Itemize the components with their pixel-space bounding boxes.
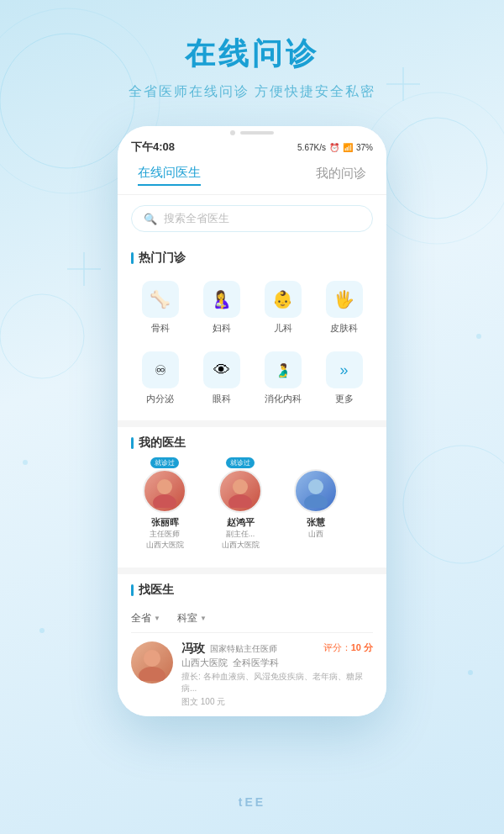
doctor-info-0: 张丽晖 主任医师 山西大医院 — [146, 516, 184, 551]
list-avatar-0 — [131, 641, 173, 684]
search-section: 🔍 搜索全省医生 — [118, 195, 386, 242]
divider-1 — [118, 420, 386, 427]
dept-name-more: 更多 — [335, 393, 354, 405]
filter-dept-label: 科室 — [177, 611, 197, 626]
list-doctor-pos: 国家特贴主任医师 — [210, 643, 277, 655]
tab-online-doctor[interactable]: 在线问医生 — [138, 165, 201, 186]
doctor-card-1[interactable]: 就诊过 赵鸿平 副主任... 山西大医院 — [207, 461, 274, 551]
svg-point-16 — [233, 479, 248, 494]
doctor-avatar-0 — [143, 469, 186, 513]
svg-point-2 — [386, 118, 487, 219]
dept-item-more[interactable]: » 更多 — [315, 343, 373, 410]
dept-icon-6: 🫃 — [265, 351, 302, 388]
doctor-avatar-2 — [294, 469, 338, 513]
doctor-list-item-0[interactable]: 冯玫 国家特贴主任医师 山西大医院 全科医学科 评分：10 分 擅长: 各种血液… — [131, 633, 373, 716]
find-doctor-section: 找医生 全省 ▼ 科室 ▼ — [118, 574, 386, 716]
dept-icon-0: 🦴 — [142, 281, 179, 318]
phone-mockup: 下午4:08 5.67K/s ⏰ 📶 37% 在线问医生 我的问诊 🔍 搜索全省… — [118, 126, 386, 716]
status-icons: 5.67K/s ⏰ 📶 37% — [297, 143, 373, 152]
doctor-list-info-0: 冯玫 国家特贴主任医师 山西大医院 全科医学科 评分：10 分 擅长: 各种血液… — [181, 641, 373, 708]
filter-province-label: 全省 — [131, 611, 151, 626]
svg-point-14 — [157, 479, 172, 494]
notch-dot — [230, 130, 235, 135]
dept-name-2: 儿科 — [274, 322, 292, 335]
doctor-info-1: 赵鸿平 副主任... 山西大医院 — [222, 516, 260, 551]
svg-point-20 — [144, 650, 160, 667]
doctor-title-0: 主任医师 — [146, 529, 184, 540]
main-title: 在线问诊 — [17, 34, 487, 75]
notch-line — [240, 131, 274, 135]
list-specialty: 擅长: 各种血液病、风湿免疫疾病、老年病、糖尿病... — [181, 671, 373, 694]
filter-province[interactable]: 全省 ▼ — [131, 611, 160, 626]
my-doctors-title: 我的医生 — [131, 427, 373, 457]
svg-point-21 — [139, 667, 165, 681]
list-dept: 全科医学科 — [233, 657, 279, 669]
filter-province-arrow: ▼ — [154, 615, 160, 622]
svg-point-15 — [153, 494, 176, 508]
search-bar[interactable]: 🔍 搜索全省医生 — [131, 205, 373, 232]
my-doctors-section: 我的医生 就诊过 张丽晖 主任医师 山西大医院 就诊过 — [118, 427, 386, 567]
divider-2 — [118, 567, 386, 574]
hot-departments-section: 热门门诊 🦴 骨科 🤱 妇科 👶 儿科 🖐 皮肤科 ♾ 内分泌 — [118, 242, 386, 420]
dept-item-4[interactable]: ♾ 内分泌 — [131, 343, 189, 410]
dept-name-4: 内分泌 — [146, 393, 174, 405]
doctor-name-row: 冯玫 国家特贴主任医师 山西大医院 全科医学科 — [181, 641, 279, 669]
doctor-rating: 评分：10 分 — [323, 641, 373, 654]
dept-item-1[interactable]: 🤱 妇科 — [192, 272, 250, 340]
doctor-hospital-0: 山西大医院 — [146, 540, 184, 551]
tab-my-consultation[interactable]: 我的问诊 — [316, 166, 366, 185]
doctor-card-2[interactable]: 张慧 山西 — [282, 461, 349, 551]
svg-point-4 — [0, 294, 84, 378]
doctor-avatar-1 — [218, 469, 262, 513]
dept-name-5: 眼科 — [213, 393, 231, 405]
find-doctor-title: 找医生 — [131, 574, 373, 604]
filter-dept-arrow: ▼ — [200, 615, 207, 622]
top-section: 在线问诊 全省医师在线问诊 方便快捷安全私密 — [0, 0, 504, 118]
svg-point-11 — [476, 334, 481, 339]
dept-item-2[interactable]: 👶 儿科 — [254, 272, 312, 340]
dept-icon-5: 👁 — [203, 351, 240, 388]
filter-department[interactable]: 科室 ▼ — [177, 611, 207, 626]
doctors-scroll[interactable]: 就诊过 张丽晖 主任医师 山西大医院 就诊过 — [131, 457, 373, 557]
list-price: 图文 100 元 — [181, 696, 373, 708]
doctor-name-0: 张丽晖 — [146, 516, 184, 529]
svg-point-13 — [468, 670, 473, 675]
svg-point-10 — [23, 460, 28, 465]
doctor-badge-0: 就诊过 — [150, 457, 179, 468]
list-hospital: 山西大医院 — [181, 657, 228, 669]
status-time: 下午4:08 — [131, 140, 175, 155]
doctor-info-2: 张慧 山西 — [307, 516, 325, 540]
alarm-icon: ⏰ — [329, 143, 339, 152]
dept-icon-4: ♾ — [142, 351, 179, 388]
dept-item-5[interactable]: 👁 眼科 — [192, 343, 250, 410]
svg-point-12 — [39, 628, 45, 633]
dept-icon-1: 🤱 — [203, 281, 240, 318]
dept-icon-more: » — [326, 351, 363, 388]
search-icon: 🔍 — [144, 213, 157, 225]
doctor-card-0[interactable]: 就诊过 张丽晖 主任医师 山西大医院 — [131, 461, 198, 551]
top-nav: 在线问医生 我的问诊 — [118, 158, 386, 195]
doctor-name-2: 张慧 — [307, 516, 325, 529]
dept-item-3[interactable]: 🖐 皮肤科 — [315, 272, 373, 340]
network-speed: 5.67K/s — [297, 143, 326, 152]
svg-point-18 — [308, 479, 323, 494]
departments-grid: 🦴 骨科 🤱 妇科 👶 儿科 🖐 皮肤科 ♾ 内分泌 👁 眼科 — [131, 272, 373, 410]
list-doctor-name: 冯玫 国家特贴主任医师 — [181, 641, 279, 657]
hot-departments-title: 热门门诊 — [131, 242, 373, 272]
svg-point-17 — [228, 494, 252, 508]
dept-name-6: 消化内科 — [265, 393, 302, 405]
search-placeholder: 搜索全省医生 — [164, 211, 229, 226]
dept-item-6[interactable]: 🫃 消化内科 — [254, 343, 312, 410]
doctor-title-1: 副主任... — [222, 529, 260, 540]
wifi-icon: 📶 — [343, 143, 353, 152]
dept-item-0[interactable]: 🦴 骨科 — [131, 272, 189, 340]
filter-row: 全省 ▼ 科室 ▼ — [131, 604, 373, 633]
svg-point-19 — [304, 494, 328, 508]
doctor-name-1: 赵鸿平 — [222, 516, 260, 529]
list-doctor-hospital-dept: 山西大医院 全科医学科 — [181, 657, 279, 669]
phone-notch — [118, 126, 386, 133]
dept-name-0: 骨科 — [151, 322, 170, 335]
dept-icon-3: 🖐 — [326, 281, 363, 318]
doctor-badge-1: 就诊过 — [226, 457, 255, 468]
battery-icon: 37% — [356, 143, 373, 152]
